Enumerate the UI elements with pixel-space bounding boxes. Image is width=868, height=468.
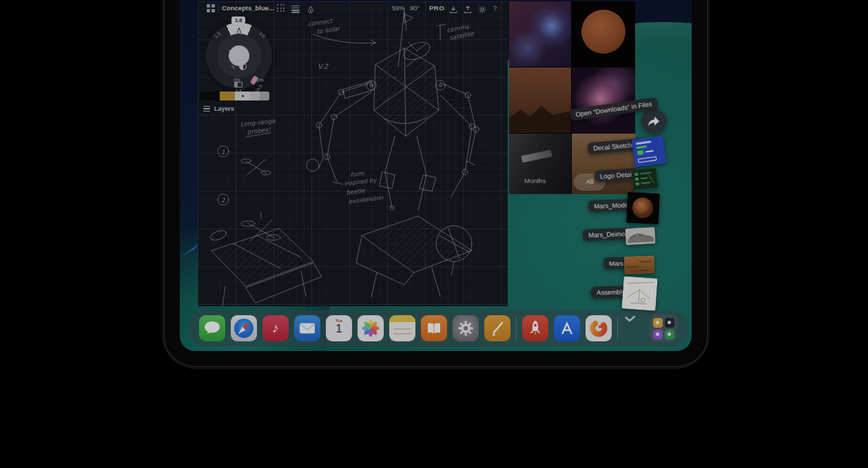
dock-collapse-button[interactable] (623, 315, 644, 341)
photos-app-icon[interactable] (358, 315, 384, 341)
thumb-mars-deimos[interactable] (625, 227, 655, 245)
app-library-tile-green (665, 330, 674, 339)
ipad-device: Concepts_blue... 59% 90° PRO (163, 0, 708, 368)
notes-line (393, 333, 411, 334)
notes-app-icon[interactable] (389, 315, 415, 341)
thumb-logo-detail[interactable] (632, 167, 659, 191)
ipad-screen: Concepts_blue... 59% 90° PRO (180, 0, 692, 351)
calendar-app-icon[interactable]: Tue 1 (326, 315, 352, 341)
concepts-app-icon[interactable] (586, 315, 612, 341)
drag-layer: Open “Downloads” in Files Decal Sketches… (180, 0, 692, 351)
thumb-decal-sketches[interactable] (631, 136, 666, 167)
notes-line (393, 328, 411, 330)
scene: Concepts_blue... 59% 90° PRO (0, 0, 868, 468)
calendar-day: 1 (326, 323, 352, 336)
app-store-app-icon[interactable] (554, 315, 580, 341)
thumb-mars-model[interactable] (626, 192, 660, 224)
settings-app-icon[interactable] (453, 315, 479, 341)
dock-divider (516, 317, 517, 340)
app-library-icon[interactable] (650, 315, 677, 342)
safari-app-icon[interactable] (231, 315, 257, 341)
thumb-mars-map[interactable] (624, 255, 655, 275)
chevron-down-icon (623, 315, 636, 322)
music-app-icon[interactable]: ♪ (262, 315, 289, 341)
mail-app-icon[interactable] (294, 315, 320, 341)
app-library-tile-dark (665, 318, 674, 328)
dock-divider (617, 317, 618, 340)
share-forward-button[interactable] (641, 109, 666, 134)
app-library-tile-purple (653, 330, 663, 339)
books-app-icon[interactable] (421, 315, 447, 341)
notes-band (389, 315, 415, 322)
messages-app-icon[interactable] (199, 315, 225, 341)
app-library-tile-yellow (653, 318, 663, 328)
rocket-app-icon[interactable] (522, 315, 548, 341)
thumb-assembly[interactable] (621, 276, 657, 310)
pen-draw-app-icon[interactable] (484, 315, 510, 341)
music-note-glyph: ♪ (272, 321, 279, 336)
forward-arrow-icon (648, 116, 660, 127)
dock: ♪ Tue 1 (189, 310, 688, 346)
